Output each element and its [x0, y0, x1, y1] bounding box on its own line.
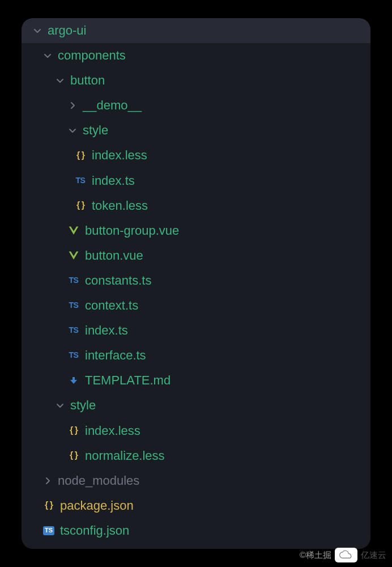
tree-file-index-ts[interactable]: TS index.ts	[22, 168, 370, 193]
vue-file-icon	[67, 225, 80, 236]
tree-folder-button-style[interactable]: style	[22, 118, 370, 143]
folder-label: button	[70, 71, 105, 90]
file-label: token.less	[92, 196, 148, 215]
ts-file-icon: TS	[67, 349, 80, 362]
tree-file-button-index-ts[interactable]: TS index.ts	[22, 318, 370, 343]
tree-file-token-less[interactable]: { } token.less	[22, 193, 370, 218]
less-file-icon: { }	[74, 149, 87, 163]
folder-label: node_modules	[58, 471, 139, 490]
file-label: index.ts	[85, 321, 128, 340]
markdown-file-icon	[67, 376, 80, 385]
less-file-icon: { }	[74, 198, 87, 213]
tree-file-package-json[interactable]: { } package.json	[22, 493, 370, 518]
ts-file-icon: TS	[74, 175, 87, 187]
folder-label: style	[70, 396, 96, 415]
tree-file-context-ts[interactable]: TS context.ts	[22, 293, 370, 318]
chevron-down-icon	[32, 25, 43, 36]
tree-folder-node-modules[interactable]: node_modules	[22, 468, 370, 493]
file-label: normalize.less	[85, 446, 165, 466]
file-label: context.ts	[85, 296, 138, 315]
tree-folder-demo[interactable]: __demo__	[22, 93, 370, 118]
vue-file-icon	[67, 250, 80, 261]
tree-root-folder[interactable]: argo-ui	[22, 18, 370, 43]
watermark-brand: 亿速云	[361, 550, 386, 561]
tree-file-button-vue[interactable]: button.vue	[22, 243, 370, 268]
folder-label: style	[83, 121, 108, 140]
tree-file-interface-ts[interactable]: TS interface.ts	[22, 343, 370, 368]
less-file-icon: { }	[67, 448, 80, 463]
json-file-icon: { }	[42, 498, 56, 513]
tree-file-normalize-less[interactable]: { } normalize.less	[22, 443, 370, 468]
cloud-logo-icon	[335, 548, 357, 562]
chevron-down-icon	[54, 400, 66, 411]
less-file-icon: { }	[67, 424, 80, 438]
tree-file-constants-ts[interactable]: TS constants.ts	[22, 268, 370, 293]
tree-file-template-md[interactable]: TEMPLATE.md	[22, 368, 370, 393]
chevron-down-icon	[42, 50, 53, 61]
file-label: package.json	[60, 496, 134, 515]
ts-file-icon: TS	[67, 324, 80, 337]
file-label: interface.ts	[85, 346, 146, 365]
tree-file-button-group-vue[interactable]: button-group.vue	[22, 218, 370, 243]
file-label: tsconfig.json	[60, 521, 129, 540]
file-label: button-group.vue	[85, 221, 179, 240]
file-label: index.less	[85, 421, 140, 441]
chevron-right-icon	[67, 100, 78, 111]
tree-folder-components-style[interactable]: style	[22, 393, 370, 418]
ts-file-icon: TS	[67, 274, 80, 287]
tsconfig-file-icon: TS	[42, 526, 56, 535]
file-explorer-tree: argo-ui components button __demo__ style…	[22, 18, 370, 549]
tree-folder-components[interactable]: components	[22, 43, 370, 68]
file-label: button.vue	[85, 246, 143, 265]
tree-file-index-less[interactable]: { } index.less	[22, 143, 370, 168]
watermark: ©稀土掘 亿速云	[300, 548, 386, 562]
chevron-down-icon	[54, 75, 66, 86]
file-label: index.ts	[92, 171, 135, 191]
tree-folder-button[interactable]: button	[22, 68, 370, 93]
tree-file-style-index-less[interactable]: { } index.less	[22, 418, 370, 443]
file-label: TEMPLATE.md	[85, 371, 171, 390]
file-label: constants.ts	[85, 271, 151, 290]
file-label: index.less	[92, 146, 147, 165]
watermark-text: ©稀土掘	[300, 550, 331, 561]
folder-label: argo-ui	[48, 21, 86, 40]
folder-label: components	[58, 46, 126, 65]
ts-file-icon: TS	[67, 299, 80, 312]
chevron-right-icon	[42, 475, 53, 486]
folder-label: __demo__	[83, 96, 142, 115]
tree-file-tsconfig-json[interactable]: TS tsconfig.json	[22, 518, 370, 543]
chevron-down-icon	[67, 125, 78, 136]
